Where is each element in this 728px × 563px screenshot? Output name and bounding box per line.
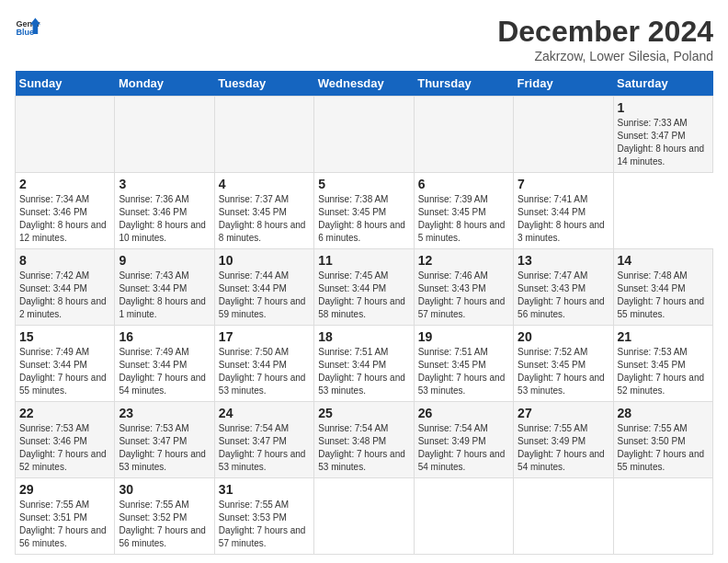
day-cell: 13Sunrise: 7:47 AMSunset: 3:43 PMDayligh… [514,249,613,326]
day-number: 8 [19,253,110,268]
day-number: 1 [618,100,709,115]
subtitle: Zakrzow, Lower Silesia, Poland [497,49,713,63]
calendar-week-row: 15Sunrise: 7:49 AMSunset: 3:44 PMDayligh… [16,326,713,402]
empty-day-cell [16,97,115,173]
day-number: 2 [19,177,110,191]
day-info: Sunrise: 7:50 AMSunset: 3:44 PMDaylight:… [219,346,310,397]
day-info: Sunrise: 7:55 AMSunset: 3:50 PMDaylight:… [618,422,709,474]
day-cell: 7Sunrise: 7:41 AMSunset: 3:44 PMDaylight… [514,173,613,249]
day-info: Sunrise: 7:53 AMSunset: 3:45 PMDaylight:… [618,346,709,397]
main-title: December 2024 [497,15,713,49]
calendar-week-row: 22Sunrise: 7:53 AMSunset: 3:46 PMDayligh… [16,402,713,478]
page-header: General Blue December 2024 Zakrzow, Lowe… [15,15,713,63]
calendar-week-row: 8Sunrise: 7:42 AMSunset: 3:44 PMDaylight… [16,249,713,326]
day-number: 31 [219,482,310,497]
day-info: Sunrise: 7:36 AMSunset: 3:46 PMDaylight:… [119,193,210,245]
day-cell: 12Sunrise: 7:46 AMSunset: 3:43 PMDayligh… [414,249,513,326]
calendar-body: 1Sunrise: 7:33 AMSunset: 3:47 PMDaylight… [16,97,713,555]
day-number: 17 [219,329,310,344]
logo-icon: General Blue [15,15,40,40]
day-cell: 1Sunrise: 7:33 AMSunset: 3:47 PMDaylight… [613,97,712,173]
empty-day-cell [314,97,414,173]
weekday-header-row: SundayMondayTuesdayWednesdayThursdayFrid… [16,71,713,97]
day-info: Sunrise: 7:51 AMSunset: 3:45 PMDaylight:… [418,346,509,397]
weekday-header: Tuesday [214,71,313,97]
day-cell: 2Sunrise: 7:34 AMSunset: 3:46 PMDaylight… [16,173,115,249]
calendar-week-row: 1Sunrise: 7:33 AMSunset: 3:47 PMDaylight… [16,97,713,173]
day-info: Sunrise: 7:41 AMSunset: 3:44 PMDaylight:… [518,193,609,245]
calendar-week-row: 29Sunrise: 7:55 AMSunset: 3:51 PMDayligh… [16,478,713,555]
day-cell: 16Sunrise: 7:49 AMSunset: 3:44 PMDayligh… [115,326,214,402]
weekday-header: Wednesday [314,71,414,97]
day-number: 27 [518,406,609,420]
day-number: 22 [19,406,110,420]
day-number: 10 [219,253,310,268]
day-cell: 15Sunrise: 7:49 AMSunset: 3:44 PMDayligh… [16,326,115,402]
day-cell: 27Sunrise: 7:55 AMSunset: 3:49 PMDayligh… [514,402,613,478]
day-info: Sunrise: 7:42 AMSunset: 3:44 PMDaylight:… [19,270,110,321]
day-number: 14 [618,253,709,268]
calendar-week-row: 2Sunrise: 7:34 AMSunset: 3:46 PMDaylight… [16,173,713,249]
day-cell: 19Sunrise: 7:51 AMSunset: 3:45 PMDayligh… [414,326,513,402]
day-info: Sunrise: 7:34 AMSunset: 3:46 PMDaylight:… [19,193,110,245]
day-cell: 23Sunrise: 7:53 AMSunset: 3:47 PMDayligh… [115,402,214,478]
day-cell: 26Sunrise: 7:54 AMSunset: 3:49 PMDayligh… [414,402,513,478]
day-info: Sunrise: 7:55 AMSunset: 3:53 PMDaylight:… [219,499,310,550]
day-number: 5 [318,177,409,191]
day-cell: 30Sunrise: 7:55 AMSunset: 3:52 PMDayligh… [115,478,214,555]
empty-day-cell [514,478,613,555]
day-number: 25 [318,406,409,420]
day-info: Sunrise: 7:48 AMSunset: 3:44 PMDaylight:… [618,270,709,321]
day-cell: 4Sunrise: 7:37 AMSunset: 3:45 PMDaylight… [214,173,313,249]
day-cell: 14Sunrise: 7:48 AMSunset: 3:44 PMDayligh… [613,249,712,326]
day-info: Sunrise: 7:52 AMSunset: 3:45 PMDaylight:… [518,346,609,397]
empty-day-cell [514,97,613,173]
empty-day-cell [115,97,214,173]
weekday-header: Sunday [16,71,115,97]
day-cell: 24Sunrise: 7:54 AMSunset: 3:47 PMDayligh… [214,402,313,478]
day-number: 26 [418,406,509,420]
weekday-header: Thursday [414,71,513,97]
day-number: 12 [418,253,509,268]
day-info: Sunrise: 7:53 AMSunset: 3:46 PMDaylight:… [19,422,110,474]
day-cell: 18Sunrise: 7:51 AMSunset: 3:44 PMDayligh… [314,326,414,402]
day-cell: 17Sunrise: 7:50 AMSunset: 3:44 PMDayligh… [214,326,313,402]
day-info: Sunrise: 7:51 AMSunset: 3:44 PMDaylight:… [318,346,409,397]
day-info: Sunrise: 7:43 AMSunset: 3:44 PMDaylight:… [119,270,210,321]
day-number: 30 [119,482,210,497]
day-number: 28 [618,406,709,420]
day-cell: 6Sunrise: 7:39 AMSunset: 3:45 PMDaylight… [414,173,513,249]
day-info: Sunrise: 7:49 AMSunset: 3:44 PMDaylight:… [19,346,110,397]
day-info: Sunrise: 7:55 AMSunset: 3:49 PMDaylight:… [518,422,609,474]
day-number: 6 [418,177,509,191]
logo: General Blue [15,15,40,40]
empty-day-cell [613,478,712,555]
day-number: 4 [219,177,310,191]
day-info: Sunrise: 7:47 AMSunset: 3:43 PMDaylight:… [518,270,609,321]
day-info: Sunrise: 7:55 AMSunset: 3:51 PMDaylight:… [19,499,110,550]
day-info: Sunrise: 7:55 AMSunset: 3:52 PMDaylight:… [119,499,210,550]
day-number: 7 [518,177,609,191]
day-info: Sunrise: 7:39 AMSunset: 3:45 PMDaylight:… [418,193,509,245]
day-info: Sunrise: 7:37 AMSunset: 3:45 PMDaylight:… [219,193,310,245]
weekday-header: Saturday [613,71,712,97]
empty-day-cell [314,478,414,555]
day-cell: 21Sunrise: 7:53 AMSunset: 3:45 PMDayligh… [613,326,712,402]
day-number: 13 [518,253,609,268]
day-number: 11 [318,253,409,268]
day-number: 24 [219,406,310,420]
day-cell: 5Sunrise: 7:38 AMSunset: 3:45 PMDaylight… [314,173,414,249]
empty-day-cell [414,478,513,555]
day-cell: 28Sunrise: 7:55 AMSunset: 3:50 PMDayligh… [613,402,712,478]
title-section: December 2024 Zakrzow, Lower Silesia, Po… [497,15,713,63]
day-number: 29 [19,482,110,497]
day-info: Sunrise: 7:38 AMSunset: 3:45 PMDaylight:… [318,193,409,245]
day-number: 23 [119,406,210,420]
day-info: Sunrise: 7:44 AMSunset: 3:44 PMDaylight:… [219,270,310,321]
day-cell: 10Sunrise: 7:44 AMSunset: 3:44 PMDayligh… [214,249,313,326]
day-cell: 25Sunrise: 7:54 AMSunset: 3:48 PMDayligh… [314,402,414,478]
svg-text:Blue: Blue [16,28,34,37]
calendar-table: SundayMondayTuesdayWednesdayThursdayFrid… [15,71,713,555]
day-info: Sunrise: 7:54 AMSunset: 3:47 PMDaylight:… [219,422,310,474]
day-cell: 3Sunrise: 7:36 AMSunset: 3:46 PMDaylight… [115,173,214,249]
